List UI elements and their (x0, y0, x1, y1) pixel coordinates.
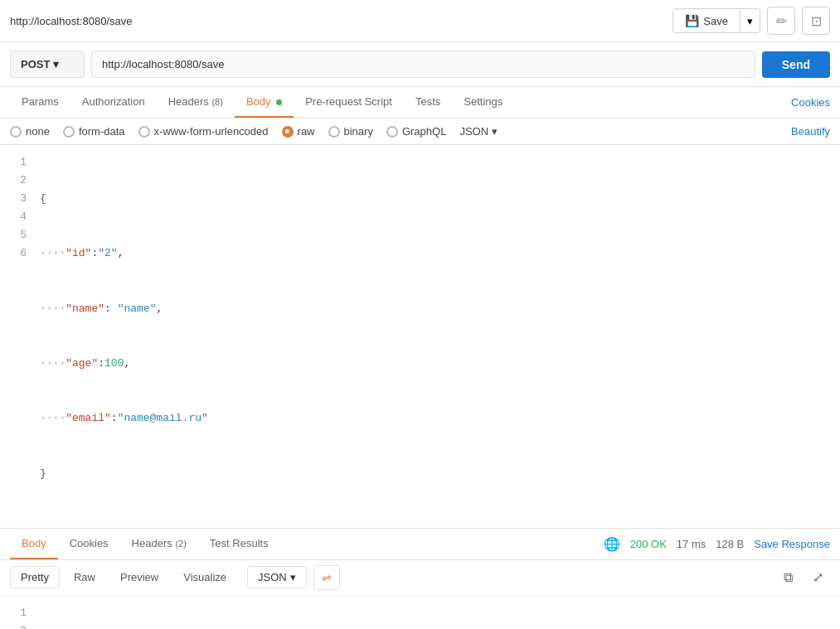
tab-prerequest[interactable]: Pre-request Script (294, 87, 404, 118)
top-url: http://localhost:8080/save (10, 15, 666, 27)
response-code: { "id": "2", "name": "name", "age": 100,… (33, 596, 840, 629)
url-input[interactable] (91, 51, 755, 78)
fullscreen-response-button[interactable]: ⤢ (805, 565, 830, 590)
tab-headers[interactable]: Headers (8) (157, 87, 235, 118)
rtab-body[interactable]: Body (10, 529, 58, 559)
method-label: POST (21, 58, 50, 70)
response-json-chevron-icon: ▾ (290, 571, 296, 583)
request-editor: 1 2 3 4 5 6 { ····"id":"2", ····"name": … (0, 145, 840, 529)
response-line-numbers: 1 2 3 4 5 6 (0, 596, 33, 629)
response-json-label: JSON (258, 571, 287, 583)
copy-icon: ⧉ (784, 570, 793, 585)
top-bar: http://localhost:8080/save 💾 Save ▾ ✏ ⊡ (0, 0, 840, 42)
response-headers-badge: (2) (175, 539, 186, 549)
headers-badge: (8) (211, 97, 222, 107)
more-icon: ⊡ (811, 13, 822, 29)
fmt-preview[interactable]: Preview (109, 566, 169, 588)
response-tabs: Body Cookies Headers (2) Test Results 🌐 … (0, 529, 840, 560)
save-icon: 💾 (685, 14, 699, 27)
response-time: 17 ms (677, 538, 706, 550)
request-tabs: Params Authorization Headers (8) Body Pr… (0, 87, 840, 119)
radio-binary-circle (328, 126, 340, 138)
fmt-visualize[interactable]: Visualize (172, 566, 237, 588)
radio-urlencoded-circle (138, 126, 150, 138)
response-editor: 1 2 3 4 5 6 { "id": "2", "name": "name",… (0, 596, 840, 629)
radio-form-data-circle (63, 126, 75, 138)
chevron-down-icon: ▾ (747, 15, 753, 27)
method-select[interactable]: POST ▾ (10, 51, 85, 78)
response-icon-group: ⧉ ⤢ (775, 565, 830, 590)
globe-icon: 🌐 (604, 536, 620, 552)
filter-button[interactable]: ⇌ (313, 565, 340, 590)
tab-authorization[interactable]: Authorization (70, 87, 157, 118)
tab-body[interactable]: Body (235, 87, 294, 118)
json-type-label: JSON (459, 125, 488, 138)
radio-urlencoded[interactable]: x-www-form-urlencoded (138, 125, 269, 138)
body-active-dot (276, 99, 282, 105)
radio-graphql[interactable]: GraphQL (386, 125, 446, 138)
cookies-link[interactable]: Cookies (791, 88, 830, 117)
tab-settings[interactable]: Settings (452, 87, 514, 118)
copy-response-button[interactable]: ⧉ (775, 565, 800, 590)
json-chevron-icon: ▾ (492, 125, 498, 138)
save-label: Save (703, 15, 728, 27)
save-response-link[interactable]: Save Response (754, 538, 830, 550)
radio-binary[interactable]: binary (328, 125, 373, 138)
request-code[interactable]: { ····"id":"2", ····"name": "name", ····… (33, 145, 840, 528)
rtab-cookies[interactable]: Cookies (58, 529, 120, 559)
body-type-row: none form-data x-www-form-urlencoded raw… (0, 119, 840, 145)
rtab-test-results[interactable]: Test Results (198, 529, 280, 559)
json-type-dropdown[interactable]: JSON ▾ (459, 125, 498, 138)
tab-tests[interactable]: Tests (404, 87, 452, 118)
request-line-numbers: 1 2 3 4 5 6 (0, 145, 33, 528)
radio-raw[interactable]: raw (282, 125, 315, 138)
filter-icon: ⇌ (322, 571, 332, 584)
radio-graphql-circle (386, 126, 398, 138)
fmt-raw[interactable]: Raw (63, 566, 106, 588)
expand-icon: ⤢ (813, 569, 823, 585)
save-chevron-button[interactable]: ▾ (740, 10, 760, 32)
edit-icon: ✏ (776, 13, 787, 29)
radio-none-circle (10, 126, 22, 138)
status-code: 200 OK (630, 538, 667, 550)
response-size: 128 B (716, 538, 744, 550)
request-bar: POST ▾ Send (0, 42, 840, 87)
more-button[interactable]: ⊡ (802, 7, 830, 35)
edit-button[interactable]: ✏ (767, 7, 795, 35)
radio-none[interactable]: none (10, 125, 50, 138)
rtab-headers[interactable]: Headers (2) (120, 529, 198, 559)
response-format-row: Pretty Raw Preview Visualize JSON ▾ ⇌ ⧉ … (0, 560, 840, 596)
tab-params[interactable]: Params (10, 87, 70, 118)
save-btn-group: 💾 Save ▾ (672, 8, 760, 33)
send-button[interactable]: Send (762, 51, 830, 78)
response-json-dropdown[interactable]: JSON ▾ (247, 566, 307, 588)
radio-raw-circle (282, 126, 294, 138)
response-status-bar: 🌐 200 OK 17 ms 128 B Save Response (604, 536, 830, 552)
radio-form-data[interactable]: form-data (63, 125, 125, 138)
save-button[interactable]: 💾 Save (673, 9, 740, 32)
beautify-link[interactable]: Beautify (791, 125, 830, 138)
method-chevron-icon: ▾ (53, 58, 59, 70)
fmt-pretty[interactable]: Pretty (10, 566, 60, 588)
